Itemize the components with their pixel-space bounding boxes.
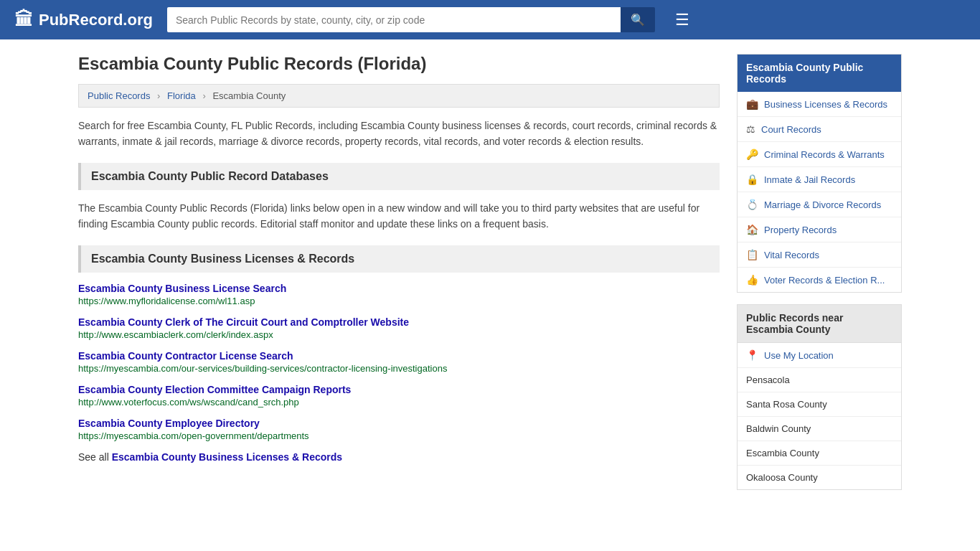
sidebar-link-escambia[interactable]: Escambia County xyxy=(738,441,901,465)
sidebar-label-voter: Voter Records & Election R... xyxy=(764,275,885,286)
breadcrumb-current: Escambia County xyxy=(212,90,286,101)
clipboard-icon: 📋 xyxy=(746,249,758,260)
sidebar-item-voter[interactable]: 👍 Voter Records & Election R... xyxy=(738,268,901,292)
record-url-0[interactable]: https://www.myfloridalicense.com/wl11.as… xyxy=(78,296,720,306)
logo-text: PubRecord.org xyxy=(39,11,153,29)
sidebar-item-pensacola[interactable]: Pensacola xyxy=(738,368,901,392)
search-icon: 🔍 xyxy=(631,14,645,26)
breadcrumb-link-public-records[interactable]: Public Records xyxy=(88,90,150,101)
record-list: Escambia County Business License Search … xyxy=(78,283,720,441)
sidebar-label-pensacola: Pensacola xyxy=(746,375,790,385)
record-title-3[interactable]: Escambia County Election Committee Campa… xyxy=(78,384,351,395)
record-entry-3: Escambia County Election Committee Campa… xyxy=(78,384,720,408)
sidebar-label-baldwin: Baldwin County xyxy=(746,423,811,434)
menu-icon: ☰ xyxy=(675,11,689,29)
record-url-2[interactable]: https://myescambia.com/our-services/buil… xyxy=(78,363,720,374)
record-title-0[interactable]: Escambia County Business License Search xyxy=(78,283,286,294)
sidebar-link-use-location[interactable]: 📍 Use My Location xyxy=(738,343,901,367)
sidebar-link-property[interactable]: 🏠 Property Records xyxy=(738,217,901,242)
home-icon: 🏠 xyxy=(746,224,758,235)
sidebar-item-court[interactable]: ⚖ Court Records xyxy=(738,117,901,142)
sidebar-records-list: 💼 Business Licenses & Records ⚖ Court Re… xyxy=(738,92,901,292)
sidebar-label-inmate: Inmate & Jail Records xyxy=(764,174,855,185)
sidebar-nearby-box: Public Records near Escambia County 📍 Us… xyxy=(737,304,902,490)
sidebar-link-court[interactable]: ⚖ Court Records xyxy=(738,117,901,141)
business-section-header: Escambia County Business Licenses & Reco… xyxy=(78,245,720,273)
search-input[interactable] xyxy=(167,7,621,32)
sidebar-link-vital[interactable]: 📋 Vital Records xyxy=(738,242,901,267)
sidebar-nearby-list: 📍 Use My Location Pensacola Santa Rosa C… xyxy=(738,343,901,489)
page-title: Escambia County Public Records (Florida) xyxy=(78,54,720,74)
sidebar-link-marriage[interactable]: 💍 Marriage & Divorce Records xyxy=(738,192,901,217)
sidebar-item-criminal[interactable]: 🔑 Criminal Records & Warrants xyxy=(738,142,901,167)
sidebar-item-escambia[interactable]: Escambia County xyxy=(738,441,901,466)
page-description: Search for free Escambia County, FL Publ… xyxy=(78,118,720,150)
databases-description: The Escambia County Public Records (Flor… xyxy=(78,200,720,232)
sidebar-label-property: Property Records xyxy=(764,225,837,235)
sidebar-item-okaloosa[interactable]: Okaloosa County xyxy=(738,466,901,489)
sidebar-label-escambia: Escambia County xyxy=(746,448,819,458)
sidebar-item-business[interactable]: 💼 Business Licenses & Records xyxy=(738,92,901,117)
ring-icon: 💍 xyxy=(746,199,758,210)
breadcrumb-sep-2: › xyxy=(202,90,205,101)
scales-icon: ⚖ xyxy=(746,123,755,135)
sidebar-item-santa-rosa[interactable]: Santa Rosa County xyxy=(738,392,901,417)
sidebar-label-marriage: Marriage & Divorce Records xyxy=(764,199,881,210)
briefcase-icon: 💼 xyxy=(746,98,758,110)
logo[interactable]: 🏛 PubRecord.org xyxy=(14,9,153,31)
sidebar-link-inmate[interactable]: 🔒 Inmate & Jail Records xyxy=(738,167,901,192)
sidebar-label-santa-rosa: Santa Rosa County xyxy=(746,399,827,410)
see-all-label: See all xyxy=(78,451,109,463)
thumbsup-icon: 👍 xyxy=(746,274,758,286)
sidebar-link-business[interactable]: 💼 Business Licenses & Records xyxy=(738,92,901,116)
databases-section-header: Escambia County Public Record Databases xyxy=(78,163,720,190)
record-url-4[interactable]: https://myescambia.com/open-government/d… xyxy=(78,430,720,441)
see-all: See all Escambia County Business License… xyxy=(78,451,720,463)
sidebar-link-baldwin[interactable]: Baldwin County xyxy=(738,417,901,441)
see-all-link[interactable]: Escambia County Business Licenses & Reco… xyxy=(112,451,342,463)
sidebar-records-box: Escambia County Public Records 💼 Busines… xyxy=(737,54,902,293)
breadcrumb-link-florida[interactable]: Florida xyxy=(167,90,196,101)
record-entry-4: Escambia County Employee Directory https… xyxy=(78,418,720,441)
sidebar-item-inmate[interactable]: 🔒 Inmate & Jail Records xyxy=(738,167,901,192)
sidebar-label-business: Business Licenses & Records xyxy=(764,99,887,110)
sidebar-link-voter[interactable]: 👍 Voter Records & Election R... xyxy=(738,268,901,292)
sidebar-link-santa-rosa[interactable]: Santa Rosa County xyxy=(738,392,901,416)
menu-button[interactable]: ☰ xyxy=(669,8,695,32)
sidebar-item-baldwin[interactable]: Baldwin County xyxy=(738,417,901,441)
page-body: Escambia County Public Records (Florida)… xyxy=(67,39,913,516)
record-title-2[interactable]: Escambia County Contractor License Searc… xyxy=(78,350,293,362)
sidebar-link-okaloosa[interactable]: Okaloosa County xyxy=(738,466,901,489)
sidebar-item-vital[interactable]: 📋 Vital Records xyxy=(738,242,901,268)
main-content: Escambia County Public Records (Florida)… xyxy=(78,54,720,501)
sidebar-link-criminal[interactable]: 🔑 Criminal Records & Warrants xyxy=(738,142,901,166)
search-button[interactable]: 🔍 xyxy=(621,7,655,32)
record-title-4[interactable]: Escambia County Employee Directory xyxy=(78,418,260,429)
sidebar-link-pensacola[interactable]: Pensacola xyxy=(738,368,901,392)
record-entry-0: Escambia County Business License Search … xyxy=(78,283,720,306)
record-url-1[interactable]: http://www.escambiaclerk.com/clerk/index… xyxy=(78,329,720,340)
sidebar-label-okaloosa: Okaloosa County xyxy=(746,472,818,483)
sidebar: Escambia County Public Records 💼 Busines… xyxy=(737,54,902,501)
lock-icon: 🔒 xyxy=(746,174,758,185)
breadcrumb-sep-1: › xyxy=(157,90,160,101)
record-url-3[interactable]: http://www.voterfocus.com/ws/wscand/cand… xyxy=(78,397,720,408)
sidebar-nearby-title: Public Records near Escambia County xyxy=(738,305,901,343)
logo-icon: 🏛 xyxy=(14,9,33,31)
sidebar-item-property[interactable]: 🏠 Property Records xyxy=(738,217,901,242)
sidebar-label-vital: Vital Records xyxy=(764,250,819,260)
record-title-1[interactable]: Escambia County Clerk of The Circuit Cou… xyxy=(78,316,409,328)
sidebar-item-marriage[interactable]: 💍 Marriage & Divorce Records xyxy=(738,192,901,217)
key-icon: 🔑 xyxy=(746,149,758,160)
breadcrumb: Public Records › Florida › Escambia Coun… xyxy=(78,84,720,108)
sidebar-label-criminal: Criminal Records & Warrants xyxy=(764,149,885,160)
record-entry-1: Escambia County Clerk of The Circuit Cou… xyxy=(78,316,720,340)
sidebar-item-use-location[interactable]: 📍 Use My Location xyxy=(738,343,901,368)
location-icon: 📍 xyxy=(746,349,758,361)
search-bar: 🔍 xyxy=(167,7,655,32)
record-entry-2: Escambia County Contractor License Searc… xyxy=(78,350,720,374)
header: 🏛 PubRecord.org 🔍 ☰ xyxy=(0,0,980,39)
sidebar-records-title: Escambia County Public Records xyxy=(738,55,901,92)
sidebar-label-use-location: Use My Location xyxy=(764,350,834,361)
sidebar-label-court: Court Records xyxy=(761,124,821,135)
